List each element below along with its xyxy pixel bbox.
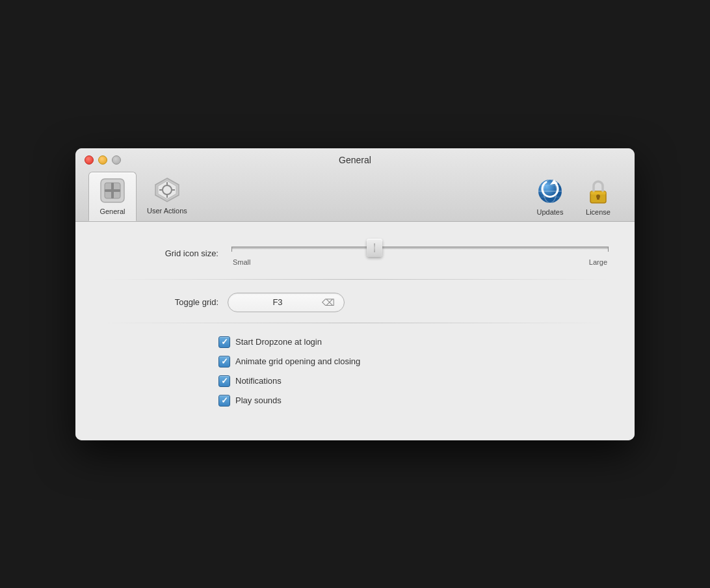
window-title: General: [339, 155, 371, 165]
general-icon: [98, 176, 127, 205]
toolbar-right: Updates: [527, 173, 622, 221]
svg-rect-3: [105, 189, 120, 192]
tab-user-actions-label: User Actions: [147, 207, 187, 215]
updates-icon: [536, 177, 564, 206]
checkbox-row-animate-grid: Animate grid opening and closing: [218, 356, 609, 368]
license-icon: [584, 177, 612, 206]
slider-label: Grid icon size:: [101, 248, 218, 258]
slider-wrapper[interactable]: [231, 241, 609, 254]
divider-1: [101, 279, 609, 280]
svg-rect-19: [597, 196, 599, 200]
checkbox-label-animate-grid: Animate grid opening and closing: [235, 356, 360, 366]
slider-min-label: Small: [233, 258, 251, 266]
content-area: Grid icon size: Small Large: [75, 222, 635, 440]
keybind-label: Toggle grid:: [101, 297, 218, 307]
checkbox-animate-grid[interactable]: [218, 356, 230, 368]
minimize-button[interactable]: [98, 155, 107, 165]
window-controls: [85, 155, 121, 165]
keybind-clear-button[interactable]: ⌫: [322, 296, 335, 309]
checkbox-start-login[interactable]: [218, 336, 230, 348]
checkbox-section: Start Dropzone at login Animate grid ope…: [101, 336, 609, 407]
keybind-row: Toggle grid: F3 ⌫: [101, 293, 609, 312]
checkbox-label-play-sounds: Play sounds: [235, 395, 282, 405]
tab-general-label: General: [99, 207, 125, 215]
checkbox-row-notifications: Notifications: [218, 375, 609, 387]
user-actions-icon: [153, 176, 181, 204]
checkbox-notifications[interactable]: [218, 375, 230, 387]
tab-license[interactable]: License: [575, 173, 622, 221]
checkbox-row-play-sounds: Play sounds: [218, 395, 609, 407]
tab-license-label: License: [586, 208, 611, 216]
slider-row: Grid icon size: Small Large: [101, 241, 609, 266]
tab-updates-label: Updates: [537, 208, 564, 216]
slider-container: Small Large: [231, 241, 609, 266]
close-button[interactable]: [85, 155, 94, 165]
tab-user-actions[interactable]: User Actions: [138, 172, 196, 221]
checkbox-label-notifications: Notifications: [235, 376, 282, 386]
title-bar: General General: [75, 148, 635, 222]
keybind-field[interactable]: F3 ⌫: [228, 293, 345, 312]
tab-updates[interactable]: Updates: [527, 173, 573, 221]
keybind-value: F3: [237, 297, 318, 307]
zoom-button[interactable]: [112, 155, 121, 165]
toolbar-left: General U: [88, 172, 196, 221]
slider-max-label: Large: [589, 258, 607, 266]
slider-labels: Small Large: [231, 258, 609, 266]
checkbox-label-start-login: Start Dropzone at login: [235, 337, 322, 347]
toolbar: General U: [85, 172, 625, 221]
checkbox-row-start-login: Start Dropzone at login: [218, 336, 609, 348]
svg-rect-20: [590, 191, 606, 194]
title-row: General: [85, 155, 625, 165]
tab-general[interactable]: General: [88, 172, 137, 221]
app-window: General General: [75, 148, 635, 440]
divider-2: [101, 323, 609, 323]
checkbox-play-sounds[interactable]: [218, 395, 230, 407]
